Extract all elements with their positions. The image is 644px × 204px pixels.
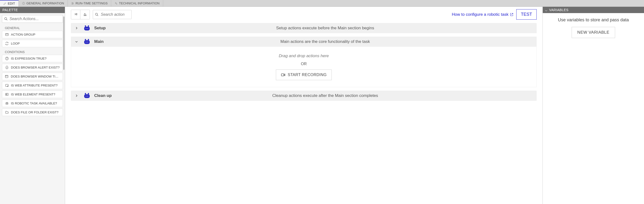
cleanup-section: Clean up Cleanup actions execute after t… [71,91,537,101]
top-tabs: EDIT GENERAL INFORMATION RUN-TIME SETTIN… [0,0,644,7]
info-icon [22,2,25,5]
palette-item-does-browser-alert-exist[interactable]: DOES BROWSER ALERT EXIST? [2,64,63,71]
svg-line-12 [6,19,7,20]
search-icon [95,13,98,16]
start-recording-button[interactable]: START RECORDING [276,70,332,80]
variables-hint: Use variables to store and pass data [558,17,629,22]
palette-item-label: LOOP [11,42,20,45]
svg-rect-52 [84,95,90,98]
or-text: OR [301,62,307,66]
svg-point-56 [88,93,89,94]
palette-search-input[interactable] [2,15,63,23]
tab-label: RUN-TIME SETTINGS [76,1,108,5]
svg-marker-51 [284,74,285,76]
palette-item-action-group[interactable]: ACTION GROUP [2,31,63,38]
window-icon [4,33,9,36]
chevron-right-icon[interactable] [75,94,80,98]
setup-section-header: Setup Setup actions execute before the M… [71,23,537,33]
svg-point-55 [85,93,86,94]
svg-point-16 [7,59,7,59]
variables-header[interactable]: VARIABLES [543,7,644,13]
record-label: START RECORDING [288,73,326,77]
svg-rect-23 [6,94,7,95]
palette-item-label: IS ROBOTIC TASK AVAILABLE? [11,102,57,105]
center-panel: How to configure a robotic task TEST Set… [65,7,542,204]
palette-item-does-file-or-folder-exist[interactable]: DOES FILE OR FOLDER EXIST? [2,108,63,116]
folder-icon [4,110,9,114]
main-section-header: Main Main actions are the core functiona… [71,37,537,47]
svg-point-44 [86,42,86,43]
palette-scrollbar[interactable] [63,16,64,70]
chevron-down-icon[interactable] [75,40,80,43]
palette-item-label: DOES BROWSER WINDOW TITL... [11,75,60,78]
palette-section-title: GENERAL [2,25,63,31]
new-variable-button[interactable]: NEW VARIABLE [572,27,615,38]
tab-label: EDIT [8,2,15,5]
browser-icon [4,75,9,78]
palette-item-label: DOES FILE OR FOLDER EXIST? [11,110,58,114]
action-search-input[interactable] [93,10,132,19]
collapse-all-button[interactable] [71,10,80,19]
svg-point-39 [85,26,86,27]
svg-rect-36 [84,27,90,30]
palette-item-label: DOES BROWSER ALERT EXIST? [11,66,60,69]
svg-point-37 [86,28,86,29]
svg-point-11 [4,17,7,20]
svg-point-19 [6,76,6,76]
cleanup-section-header: Clean up Cleanup actions execute after t… [71,91,537,101]
attribute-icon [4,84,9,87]
palette-header: PALETTE [0,7,65,13]
link-text: How to configure a robotic task [452,12,508,17]
svg-point-45 [87,42,88,43]
expand-all-button[interactable] [80,10,90,19]
external-link-icon [510,13,513,16]
svg-point-47 [88,39,89,40]
robot-icon [84,39,90,44]
tab-label: TECHNICAL INFORMATION [119,1,160,5]
test-button[interactable]: TEST [516,9,537,20]
chevron-right-icon[interactable] [75,26,80,30]
bell-icon [4,66,9,69]
svg-point-54 [87,96,88,97]
tab-label: GENERAL INFORMATION [26,1,64,5]
svg-rect-50 [281,74,284,76]
section-desc: Main actions are the core functionality … [118,39,533,44]
svg-point-2 [23,3,24,3]
svg-point-26 [7,103,8,104]
toolbar: How to configure a robotic task TEST [71,9,537,20]
svg-rect-20 [5,84,8,87]
robot-icon [84,25,90,31]
section-desc: Setup actions execute before the Main se… [118,26,533,30]
loop-icon [4,42,9,45]
tab-technical-information[interactable]: TECHNICAL INFORMATION [111,0,163,6]
palette-panel: PALETTE GENERAL ACTION GROUP LOO [0,7,65,204]
question-circle-icon [4,57,9,60]
palette-item-label: IS EXPRESSION TRUE? [11,57,46,60]
palette-item-label: ACTION GROUP [11,33,35,36]
configure-task-link[interactable]: How to configure a robotic task [452,12,513,17]
palette-item-does-browser-window-title[interactable]: DOES BROWSER WINDOW TITL... [2,73,63,80]
setup-section: Setup Setup actions execute before the M… [71,23,537,33]
svg-rect-43 [84,40,90,44]
svg-line-35 [97,15,98,16]
svg-point-40 [88,26,89,27]
search-icon [4,17,8,21]
palette-item-loop[interactable]: LOOP [2,40,63,47]
palette-item-is-expression-true[interactable]: IS EXPRESSION TRUE? [2,55,63,62]
tab-runtime-settings[interactable]: RUN-TIME SETTINGS [68,0,111,6]
svg-point-9 [115,2,116,3]
settings-list-icon [71,2,74,5]
svg-point-53 [86,96,86,97]
main-section-body[interactable]: Drag and drop actions here OR START RECO… [71,47,537,87]
palette-item-is-robotic-task-available[interactable]: IS ROBOTIC TASK AVAILABLE? [2,100,63,107]
svg-point-34 [96,13,98,15]
palette-item-is-web-element-present[interactable]: IS WEB ELEMENT PRESENT? [2,91,63,98]
svg-rect-13 [5,33,8,36]
section-name: Setup [94,26,114,30]
svg-point-46 [85,39,86,40]
palette-item-label: IS WEB ATTRIBUTE PRESENT? [11,84,58,87]
palette-item-is-web-attribute-present[interactable]: IS WEB ATTRIBUTE PRESENT? [2,82,63,89]
tab-edit[interactable]: EDIT [0,0,19,6]
tab-general-information[interactable]: GENERAL INFORMATION [19,0,68,6]
robot-icon [84,93,90,98]
